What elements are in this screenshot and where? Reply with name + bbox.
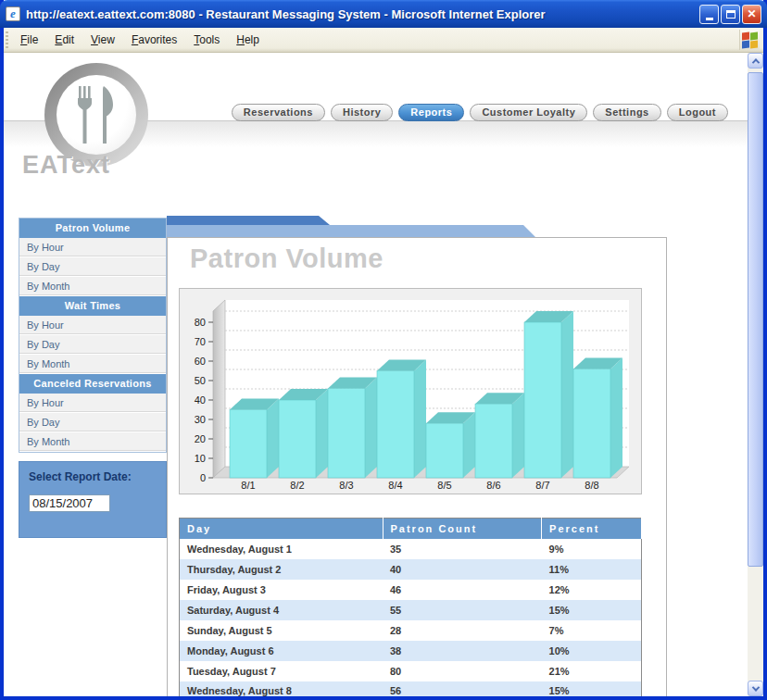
cell-count: 55 [383, 600, 542, 620]
cell-percent: 21% [542, 661, 642, 681]
table-row: Thursday, August 24011% [180, 559, 642, 580]
table-header-row: Day Patron Count Percent [180, 519, 642, 539]
menu-favorites[interactable]: Favorites [123, 30, 185, 50]
maximize-button[interactable] [721, 5, 740, 24]
main-navigation: Reservations History Reports Customer Lo… [232, 104, 728, 121]
cell-percent: 10% [542, 641, 642, 661]
sidebar-item-wait-by-day[interactable]: By Day [19, 335, 166, 355]
report-date-label: Select Report Date: [29, 470, 157, 483]
tab-history[interactable]: History [331, 104, 393, 121]
browser-window: e http://eatext.eattext.com:8080 - Resta… [0, 0, 767, 700]
svg-text:30: 30 [195, 414, 206, 425]
minimize-icon [706, 18, 713, 20]
windows-logo-icon [739, 30, 760, 50]
tab-settings[interactable]: Settings [593, 104, 660, 121]
sidebar-item-canceled-by-month[interactable]: By Month [19, 432, 166, 452]
cell-count: 28 [383, 620, 542, 641]
cell-percent: 12% [542, 580, 642, 600]
toolbar-grip [6, 31, 8, 48]
internet-explorer-icon: e [6, 6, 20, 21]
report-panel: Patron Volume 010203040506070808/18/28/3… [167, 237, 667, 696]
menu-bar: File Edit View Favorites Tools Help [4, 28, 763, 53]
title-bar: e http://eatext.eattext.com:8080 - Resta… [0, 0, 767, 28]
brand-name: EAText [22, 151, 110, 180]
tab-reports[interactable]: Reports [398, 104, 464, 121]
table-row: Sunday, August 5287% [180, 620, 642, 641]
scroll-up-button[interactable] [748, 53, 763, 69]
report-date-input[interactable] [29, 494, 110, 512]
table-row: Friday, August 34612% [180, 580, 642, 600]
sidebar-item-canceled-by-day[interactable]: By Day [19, 413, 166, 432]
vertical-scrollbar [748, 53, 763, 696]
cell-count: 35 [383, 539, 542, 559]
svg-text:50: 50 [195, 375, 206, 386]
cell-percent: 15% [542, 600, 642, 620]
sidebar-item-patron-by-day[interactable]: By Day [19, 257, 166, 277]
chevron-down-icon [751, 683, 759, 691]
svg-text:8/4: 8/4 [388, 480, 402, 491]
table-row: Wednesday, August 1359% [180, 539, 642, 559]
svg-text:70: 70 [195, 336, 206, 347]
column-percent: Percent [542, 519, 642, 539]
window-title: http://eatext.eattext.com:8080 - Restaur… [26, 7, 699, 21]
svg-text:10: 10 [195, 453, 206, 464]
cell-count: 38 [383, 641, 542, 661]
menu-file[interactable]: File [12, 30, 46, 50]
sidebar-item-canceled-by-hour[interactable]: By Hour [19, 394, 166, 413]
cell-day: Thursday, August 2 [180, 559, 384, 580]
svg-text:80: 80 [195, 317, 206, 328]
sidebar-item-patron-by-month[interactable]: By Month [19, 277, 166, 296]
cell-day: Wednesday, August 8 [180, 681, 384, 697]
svg-text:60: 60 [195, 356, 206, 367]
table-row: Monday, August 63810% [180, 641, 642, 661]
panel-tab-accent-dark [167, 216, 330, 225]
menu-view[interactable]: View [82, 30, 123, 50]
cell-percent: 7% [542, 620, 642, 641]
maximize-icon [726, 10, 736, 19]
cell-count: 46 [383, 580, 542, 600]
svg-text:8/3: 8/3 [339, 480, 353, 491]
menu-help[interactable]: Help [228, 30, 268, 50]
scrollbar-thumb[interactable] [748, 72, 763, 567]
svg-text:20: 20 [195, 433, 206, 444]
panel-tab-accent-light [167, 225, 535, 237]
sidebar-item-wait-by-month[interactable]: By Month [19, 355, 166, 374]
tab-customer-loyalty[interactable]: Customer Loyalty [470, 104, 587, 121]
sidebar-item-patron-by-hour[interactable]: By Hour [19, 238, 166, 257]
cell-day: Tuesday, August 7 [180, 661, 384, 681]
svg-text:8/6: 8/6 [486, 480, 500, 491]
table-row: Wednesday, August 85615% [180, 681, 642, 697]
page-title: Patron Volume [190, 244, 384, 274]
patron-volume-table: Day Patron Count Percent Wednesday, Augu… [179, 518, 642, 696]
report-sidebar: Patron Volume By Hour By Day By Month Wa… [19, 218, 167, 453]
cell-day: Friday, August 3 [180, 580, 384, 600]
column-day: Day [180, 519, 384, 539]
scrollbar-track[interactable] [748, 69, 763, 681]
cell-count: 56 [383, 681, 542, 697]
svg-text:8/5: 8/5 [437, 480, 451, 491]
cell-percent: 15% [542, 681, 642, 697]
cell-day: Saturday, August 4 [180, 600, 384, 620]
tab-logout[interactable]: Logout [667, 104, 728, 121]
tab-reservations[interactable]: Reservations [232, 104, 325, 121]
menu-tools[interactable]: Tools [185, 30, 228, 50]
svg-text:0: 0 [200, 472, 206, 483]
minimize-button[interactable] [699, 5, 719, 24]
scroll-down-button[interactable] [748, 681, 763, 696]
sidebar-header-canceled-reservations: Canceled Reservations [19, 374, 166, 394]
fork-knife-icon [57, 75, 136, 155]
cell-day: Wednesday, August 1 [180, 539, 384, 559]
sidebar-item-wait-by-hour[interactable]: By Hour [19, 316, 166, 335]
close-button[interactable]: ✕ [742, 5, 761, 24]
cell-day: Monday, August 6 [180, 641, 384, 661]
table-row: Tuesday, August 78021% [180, 661, 642, 681]
svg-text:8/2: 8/2 [290, 480, 304, 491]
svg-text:8/7: 8/7 [535, 480, 549, 491]
cell-day: Sunday, August 5 [180, 620, 384, 641]
cell-percent: 9% [542, 539, 642, 559]
cell-count: 40 [383, 559, 542, 580]
chevron-up-icon [751, 58, 759, 66]
cell-count: 80 [383, 661, 542, 681]
menu-edit[interactable]: Edit [46, 30, 82, 50]
sidebar-header-wait-times: Wait Times [19, 296, 166, 316]
